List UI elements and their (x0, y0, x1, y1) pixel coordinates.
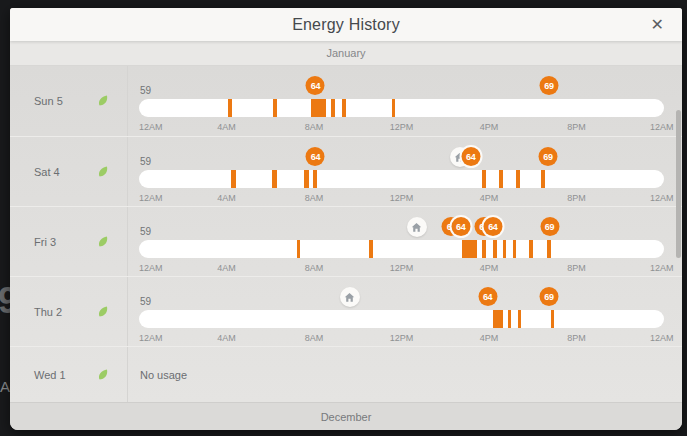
event-marker-layer: 6469 (139, 287, 664, 308)
time-tick-label: 8PM (567, 122, 586, 132)
screen-background: 9 A Energy History ✕ January Sun 5596469… (0, 0, 687, 436)
usage-timeline: 5964646912AM4AM8AM12PM4PM8PM12AM (128, 137, 682, 206)
usage-timeline: 59646912AM4AM8AM12PM4PM8PM12AM (128, 277, 682, 346)
usage-segment (513, 240, 516, 258)
setpoint-badge: 64 (483, 217, 502, 236)
leaf-icon (97, 95, 109, 107)
usage-segment (392, 99, 395, 117)
month-header-december: December (10, 402, 682, 430)
day-label: Thu 2 (34, 306, 62, 318)
setpoint-value: 64 (483, 292, 492, 302)
usage-segment (547, 240, 551, 258)
setpoint-value: 64 (311, 152, 320, 162)
energy-day-row[interactable]: Wed 1No usage (10, 346, 682, 402)
usage-segment (516, 170, 519, 188)
time-tick-label: 4PM (480, 122, 499, 132)
usage-segment (508, 310, 511, 328)
setpoint-value: 69 (543, 152, 552, 162)
time-tick-label: 12AM (139, 333, 163, 343)
energy-history-dialog: Energy History ✕ January Sun 559646912AM… (10, 8, 682, 430)
setpoint-badge: 64 (461, 147, 480, 166)
usage-segment (493, 240, 497, 258)
setpoint-badge: 69 (540, 217, 559, 236)
day-rows-list: Sun 559646912AM4AM8AM12PM4PM8PM12AMSat 4… (10, 66, 682, 402)
day-cell: Fri 3 (10, 207, 128, 276)
usage-segment (482, 170, 486, 188)
setpoint-badge: 69 (540, 76, 559, 95)
energy-day-row[interactable]: Sun 559646912AM4AM8AM12PM4PM8PM12AM (10, 66, 682, 136)
day-label: Sun 5 (34, 95, 63, 107)
usage-segment (311, 99, 326, 117)
usage-segment (228, 99, 232, 117)
day-cell: Wed 1 (10, 347, 128, 402)
energy-day-row[interactable]: Thu 259646912AM4AM8AM12PM4PM8PM12AM (10, 276, 682, 346)
home-event-icon (340, 287, 360, 307)
time-tick-label: 8PM (567, 333, 586, 343)
usage-bar[interactable] (139, 240, 664, 258)
usage-segment (518, 310, 521, 328)
setpoint-badge: 64 (306, 76, 325, 95)
event-marker-layer: 646469 (139, 147, 664, 168)
setpoint-value: 64 (466, 152, 475, 162)
usage-segment (342, 99, 346, 117)
leaf-icon (97, 166, 109, 178)
usage-segment (304, 170, 308, 188)
day-cell: Sun 5 (10, 66, 128, 136)
setpoint-value: 69 (544, 292, 553, 302)
no-usage-label: No usage (140, 347, 187, 402)
leaf-icon (97, 306, 109, 318)
time-tick-label: 12PM (390, 193, 414, 203)
time-tick-label: 12AM (650, 193, 674, 203)
setpoint-value: 64 (456, 222, 465, 232)
usage-segment (493, 310, 503, 328)
day-cell: Thu 2 (10, 277, 128, 346)
scrollbar-thumb[interactable] (676, 110, 681, 258)
usage-segment (499, 170, 503, 188)
usage-timeline: No usage (128, 347, 682, 402)
time-tick-label: 12AM (139, 263, 163, 273)
time-tick-label: 12PM (390, 263, 414, 273)
time-tick-label: 4AM (217, 122, 236, 132)
day-label: Sat 4 (34, 166, 60, 178)
usage-bar[interactable] (139, 310, 664, 328)
time-tick-label: 8PM (567, 263, 586, 273)
time-axis: 12AM4AM8AM12PM4PM8PM12AM (139, 263, 664, 275)
time-tick-label: 8AM (305, 263, 324, 273)
time-tick-label: 8AM (305, 333, 324, 343)
energy-day-row[interactable]: Sat 45964646912AM4AM8AM12PM4PM8PM12AM (10, 136, 682, 206)
time-tick-label: 12AM (139, 193, 163, 203)
time-tick-label: 12AM (650, 122, 674, 132)
usage-bar[interactable] (139, 170, 664, 188)
usage-segment (462, 240, 477, 258)
time-tick-label: 8AM (305, 122, 324, 132)
day-label: Wed 1 (34, 369, 66, 381)
close-icon[interactable]: ✕ (647, 8, 668, 41)
dialog-title: Energy History (10, 16, 682, 34)
usage-segment (272, 170, 276, 188)
time-tick-label: 4AM (217, 193, 236, 203)
setpoint-value: 64 (311, 81, 320, 91)
time-tick-label: 4PM (480, 333, 499, 343)
energy-day-row[interactable]: Fri 359646464646912AM4AM8AM12PM4PM8PM12A… (10, 206, 682, 276)
time-tick-label: 12AM (650, 263, 674, 273)
setpoint-badge: 69 (538, 147, 557, 166)
setpoint-value: 64 (488, 222, 497, 232)
time-axis: 12AM4AM8AM12PM4PM8PM12AM (139, 193, 664, 205)
time-axis: 12AM4AM8AM12PM4PM8PM12AM (139, 122, 664, 134)
usage-segment (503, 240, 506, 258)
day-cell: Sat 4 (10, 137, 128, 206)
month-label: January (326, 47, 365, 59)
usage-segment (231, 170, 235, 188)
time-tick-label: 4PM (480, 263, 499, 273)
usage-segment (331, 99, 335, 117)
background-glyph: A (0, 378, 10, 395)
setpoint-badge: 64 (306, 147, 325, 166)
usage-segment (273, 99, 277, 117)
event-marker-layer: 6464646469 (139, 217, 664, 238)
setpoint-value: 69 (545, 222, 554, 232)
leaf-icon (97, 236, 109, 248)
setpoint-badge: 64 (478, 287, 497, 306)
usage-bar[interactable] (139, 99, 664, 117)
time-tick-label: 4AM (217, 333, 236, 343)
usage-segment (529, 240, 533, 258)
